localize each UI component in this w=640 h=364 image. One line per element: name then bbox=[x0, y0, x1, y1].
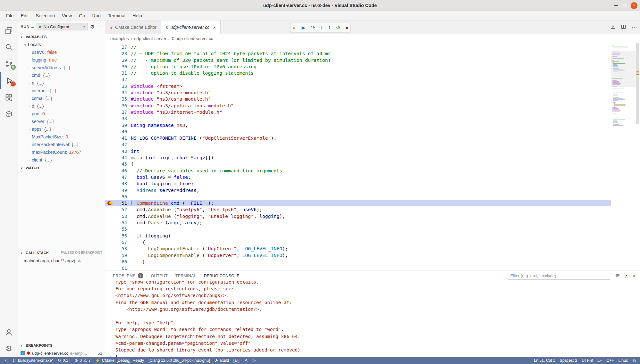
restart-icon[interactable]: ↺ bbox=[336, 24, 341, 31]
line-number[interactable]: 43 bbox=[116, 148, 127, 154]
breakpoint-gutter[interactable] bbox=[105, 63, 116, 70]
chevron-right-icon[interactable]: › bbox=[26, 104, 32, 108]
gear-icon[interactable]: ⚙ bbox=[90, 24, 95, 30]
menu-help[interactable]: Help bbox=[129, 11, 146, 20]
breakpoint-gutter[interactable] bbox=[105, 44, 116, 50]
line-number[interactable]: 52 bbox=[116, 206, 127, 213]
code-line-38[interactable]: 38 bbox=[105, 115, 611, 122]
activity-search-icon[interactable] bbox=[0, 39, 18, 55]
code-line-47[interactable]: 47 bool useV6 = false; bbox=[105, 174, 611, 180]
status-cmake-build[interactable]: Build bbox=[212, 357, 231, 364]
activity-cmake-icon[interactable] bbox=[0, 105, 18, 122]
line-number[interactable]: 33 bbox=[116, 83, 127, 89]
code-line-29[interactable]: 29// - maximum of 320 packets sent (or l… bbox=[105, 57, 611, 63]
status-cmake-kit[interactable]: [Clang 12.0.0 x86_64-pc-linux-gnu] bbox=[146, 357, 212, 364]
breakpoint-gutter[interactable] bbox=[105, 187, 116, 194]
close-icon[interactable]: × bbox=[213, 25, 216, 30]
code-line-43[interactable]: 43int bbox=[105, 148, 611, 154]
code-line-58[interactable]: 58 LogComponentEnable ("UdpClient", LOG_… bbox=[105, 245, 611, 252]
breakpoint-gutter[interactable] bbox=[105, 141, 116, 148]
split-editor-icon[interactable] bbox=[621, 24, 626, 31]
variables-scope-locals[interactable]: ∨Locals bbox=[18, 41, 105, 48]
breakpoint-gutter[interactable] bbox=[105, 180, 116, 187]
breakpoint-gutter[interactable] bbox=[105, 70, 116, 76]
breakpoint-gutter[interactable] bbox=[105, 115, 116, 122]
breakpoint-gutter[interactable] bbox=[105, 226, 116, 232]
status-source-control-branch[interactable]: buildsystem-cmake* bbox=[10, 357, 55, 364]
line-number[interactable]: 40 bbox=[116, 128, 127, 135]
status-remote-indicator[interactable] bbox=[1, 357, 10, 364]
code-line-40[interactable]: 40 bbox=[105, 128, 611, 135]
code-line-32[interactable]: 32 bbox=[105, 76, 611, 83]
breakpoint-gutter[interactable] bbox=[105, 154, 116, 161]
code-line-41[interactable]: 41NS_LOG_COMPONENT_DEFINE ("UdpClientSer… bbox=[105, 135, 611, 141]
code-line-37[interactable]: 37#include "ns3/internet-module.h" bbox=[105, 109, 611, 115]
code-line-56[interactable]: 56 if (logging) bbox=[105, 233, 611, 239]
breadcrumb-item[interactable]: Cudp-client-server.cc bbox=[172, 36, 213, 41]
breakpoint-gutter[interactable] bbox=[105, 174, 116, 180]
maximize-button[interactable] bbox=[623, 4, 626, 7]
code-line-48[interactable]: 48 bool logging = true; bbox=[105, 180, 611, 187]
line-number[interactable]: 38 bbox=[116, 115, 127, 122]
menu-edit[interactable]: Edit bbox=[17, 11, 32, 20]
breakpoint-gutter[interactable] bbox=[105, 50, 116, 57]
breakpoint-gutter[interactable] bbox=[105, 168, 116, 174]
breakpoint-checkbox[interactable]: ✓ bbox=[21, 351, 25, 355]
code-line-27[interactable]: 27// bbox=[105, 44, 611, 50]
breakpoint-gutter[interactable] bbox=[105, 259, 116, 265]
status-os[interactable]: Linux bbox=[616, 357, 630, 364]
code-line-50[interactable]: 50 bbox=[105, 194, 611, 200]
panel-tab-debug-console[interactable]: DEBUG CONSOLE bbox=[201, 272, 243, 280]
breakpoint-item[interactable]: ✓ udp-client-server.cc exampl... 51 bbox=[18, 349, 105, 357]
breakpoint-gutter[interactable] bbox=[105, 103, 116, 109]
editor-scrollbar[interactable] bbox=[636, 43, 640, 270]
breakpoint-gutter[interactable] bbox=[105, 161, 116, 167]
chevron-right-icon[interactable]: › bbox=[26, 89, 32, 93]
breakpoint-gutter[interactable] bbox=[105, 109, 116, 115]
breakpoint-gutter[interactable] bbox=[105, 213, 116, 219]
code-line-61[interactable]: 61 bbox=[105, 265, 611, 270]
code-line-31[interactable]: 31// - option to disable logging stateme… bbox=[105, 70, 611, 76]
status-encoding[interactable]: UTF-8 bbox=[579, 357, 595, 364]
variable-row-server[interactable]: ›server:{...} bbox=[18, 118, 105, 125]
line-number[interactable]: 59 bbox=[116, 252, 127, 259]
console-options-icon[interactable] bbox=[615, 273, 620, 279]
line-number[interactable]: 44 bbox=[116, 154, 127, 161]
variable-row-serverAddress[interactable]: ›serverAddress:{...} bbox=[18, 64, 105, 71]
activity-settings-icon[interactable]: ⚙ bbox=[0, 340, 18, 357]
debug-console[interactable]: Type "show configuration" for configurat… bbox=[105, 281, 640, 357]
line-number[interactable]: 50 bbox=[116, 194, 127, 200]
line-number[interactable]: 32 bbox=[116, 76, 127, 83]
code-line-39[interactable]: 39using namespace ns3; bbox=[105, 122, 611, 128]
variable-row-n[interactable]: ›n:{...} bbox=[18, 79, 105, 87]
chevron-right-icon[interactable]: › bbox=[26, 97, 32, 100]
code-line-34[interactable]: 34#include "ns3/core-module.h" bbox=[105, 89, 611, 96]
menu-run[interactable]: Run bbox=[89, 11, 105, 20]
minimize-button[interactable] bbox=[614, 5, 618, 6]
code-line-45[interactable]: 45{ bbox=[105, 161, 611, 167]
open-changes-icon[interactable] bbox=[610, 24, 616, 31]
stop-icon[interactable]: ■ bbox=[346, 25, 348, 30]
code-line-35[interactable]: 35#include "ns3/csma-module.h" bbox=[105, 96, 611, 102]
breakpoint-gutter[interactable] bbox=[105, 206, 116, 213]
breakpoint-gutter[interactable] bbox=[105, 96, 116, 102]
breakpoint-gutter[interactable] bbox=[105, 239, 116, 245]
variable-row-client[interactable]: ›client:{...} bbox=[18, 156, 105, 164]
line-number[interactable]: 27 bbox=[116, 44, 127, 50]
tab-cmake-cache-editor[interactable]: ▲CMake Cache Editor bbox=[105, 21, 161, 34]
breakpoint-gutter[interactable] bbox=[105, 135, 116, 141]
line-number[interactable]: 46 bbox=[116, 168, 127, 174]
variable-row-useV6[interactable]: useV6:false bbox=[18, 48, 105, 56]
line-number[interactable]: 55 bbox=[116, 226, 127, 232]
activity-extensions-icon[interactable] bbox=[0, 89, 18, 105]
breakpoint-gutter[interactable] bbox=[105, 200, 116, 206]
chevron-right-icon[interactable]: › bbox=[26, 74, 32, 77]
line-number[interactable]: 45 bbox=[116, 161, 127, 167]
code-line-42[interactable]: 42 bbox=[105, 141, 611, 148]
line-number[interactable]: 41 bbox=[116, 135, 127, 141]
code-line-59[interactable]: 59 LogComponentEnable ("UdpServer", LOG_… bbox=[105, 252, 611, 259]
code-line-36[interactable]: 36#include "ns3/applications-module.h" bbox=[105, 103, 611, 109]
status-cmake-launch[interactable]: ▷ bbox=[250, 357, 258, 364]
breakpoint-gutter[interactable] bbox=[105, 219, 116, 226]
variable-row-d[interactable]: ›d:{...} bbox=[18, 102, 105, 110]
